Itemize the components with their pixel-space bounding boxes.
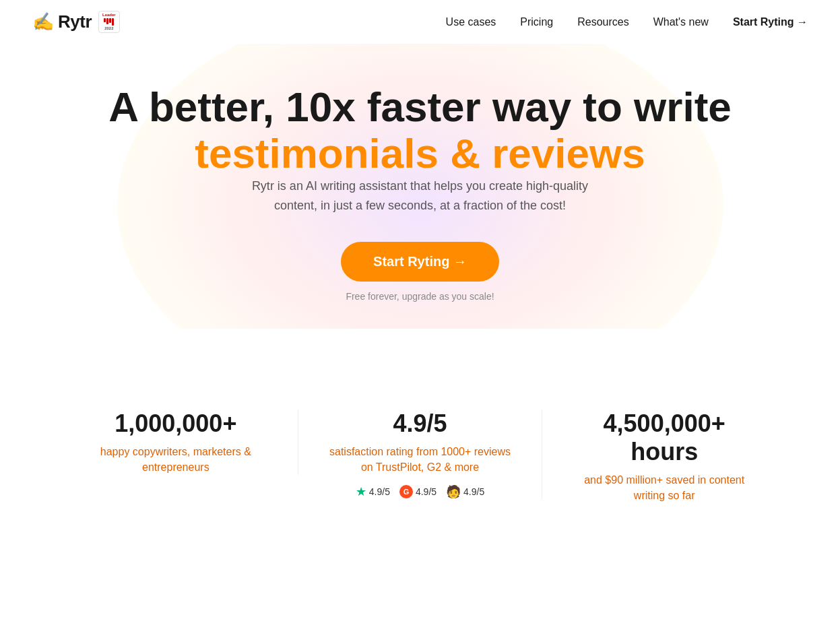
badge-top-text: Leader bbox=[102, 13, 116, 18]
hero-free-text: Free forever, upgrade as you scale! bbox=[27, 291, 813, 302]
logo-text: Rytr bbox=[58, 11, 92, 32]
leader-badge: Leader 2022 bbox=[98, 11, 120, 33]
logo-area: ✍️ Rytr Leader 2022 bbox=[32, 11, 120, 33]
hero-content: A better, 10x faster way to write testim… bbox=[27, 84, 813, 302]
badge-bar-2 bbox=[106, 18, 108, 24]
badge-year-text: 2022 bbox=[104, 26, 113, 31]
badge-bar-3 bbox=[109, 18, 111, 23]
badge-bar-4 bbox=[112, 18, 114, 26]
trustpilot-star-icon: ★ bbox=[356, 484, 366, 499]
stat-hours-number: 4,500,000+ hours bbox=[569, 410, 759, 466]
hero-title-orange: testimonials & reviews bbox=[195, 130, 645, 176]
stat-copywriters: 1,000,000+ happy copywriters, marketers … bbox=[54, 410, 298, 475]
stat-copywriters-number: 1,000,000+ bbox=[81, 410, 271, 438]
rating-g2: G 4.9/5 bbox=[399, 485, 437, 498]
stat-hours-desc: and $90 million+ saved in content writin… bbox=[569, 473, 759, 503]
nav-link-resources[interactable]: Resources bbox=[577, 16, 628, 28]
logo-icon: ✍️ bbox=[32, 11, 54, 32]
stat-ratings-row: ★ 4.9/5 G 4.9/5 🧑 4.9/5 bbox=[325, 484, 515, 499]
hero-section: A better, 10x faster way to write testim… bbox=[0, 44, 840, 329]
nav-link-use-cases[interactable]: Use cases bbox=[446, 16, 496, 28]
stat-satisfaction-number: 4.9/5 bbox=[325, 410, 515, 438]
capterra-icon: 🧑 bbox=[446, 484, 461, 499]
nav-link-start-ryting[interactable]: Start Ryting → bbox=[733, 16, 808, 28]
badge-bar-1 bbox=[104, 18, 106, 22]
stat-satisfaction-desc: satisfaction rating from 1000+ reviews o… bbox=[325, 445, 515, 475]
nav-item-start-ryting[interactable]: Start Ryting → bbox=[733, 16, 808, 28]
main-nav: ✍️ Rytr Leader 2022 Use cases Pricing Re… bbox=[0, 0, 840, 44]
stat-copywriters-desc: happy copywriters, marketers & entrepren… bbox=[81, 445, 271, 475]
nav-link-whats-new[interactable]: What's new bbox=[653, 16, 709, 28]
rating-capterra: 🧑 4.9/5 bbox=[446, 484, 484, 499]
rating-trustpilot: ★ 4.9/5 bbox=[356, 484, 390, 499]
nav-item-pricing[interactable]: Pricing bbox=[520, 16, 553, 28]
g2-icon: G bbox=[399, 485, 413, 498]
hero-cta-button[interactable]: Start Ryting → bbox=[341, 242, 499, 282]
nav-item-use-cases[interactable]: Use cases bbox=[446, 16, 496, 28]
nav-item-resources[interactable]: Resources bbox=[577, 16, 628, 28]
nav-link-pricing[interactable]: Pricing bbox=[520, 16, 553, 28]
badge-bars bbox=[104, 18, 114, 26]
stat-satisfaction: 4.9/5 satisfaction rating from 1000+ rev… bbox=[298, 410, 543, 499]
nav-links: Use cases Pricing Resources What's new S… bbox=[446, 16, 808, 28]
stat-hours: 4,500,000+ hours and $90 million+ saved … bbox=[542, 410, 786, 503]
trustpilot-value: 4.9/5 bbox=[369, 486, 390, 497]
nav-item-whats-new[interactable]: What's new bbox=[653, 16, 709, 28]
hero-title-black: A better, 10x faster way to write bbox=[108, 84, 732, 130]
g2-value: 4.9/5 bbox=[416, 486, 437, 497]
hero-subtitle: Rytr is an AI writing assistant that hel… bbox=[232, 176, 609, 216]
stats-section: 1,000,000+ happy copywriters, marketers … bbox=[0, 369, 840, 530]
hero-title-line1: A better, 10x faster way to write testim… bbox=[27, 84, 813, 176]
capterra-value: 4.9/5 bbox=[463, 486, 484, 497]
